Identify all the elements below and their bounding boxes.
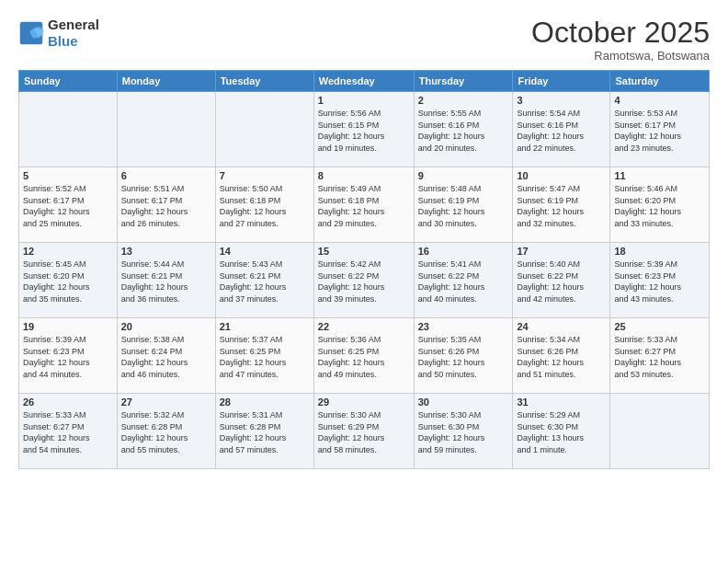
day-number: 26 bbox=[23, 396, 113, 408]
calendar-cell: 12Sunrise: 5:45 AMSunset: 6:20 PMDayligh… bbox=[19, 243, 118, 318]
calendar-cell: 25Sunrise: 5:33 AMSunset: 6:27 PMDayligh… bbox=[610, 318, 710, 394]
calendar-cell: 10Sunrise: 5:47 AMSunset: 6:19 PMDayligh… bbox=[513, 167, 610, 243]
calendar-week-row: 19Sunrise: 5:39 AMSunset: 6:23 PMDayligh… bbox=[19, 318, 710, 394]
day-number: 7 bbox=[220, 170, 310, 181]
calendar-cell: 9Sunrise: 5:48 AMSunset: 6:19 PMDaylight… bbox=[414, 167, 513, 243]
day-info: Sunrise: 5:45 AMSunset: 6:20 PMDaylight:… bbox=[23, 259, 113, 304]
col-wednesday: Wednesday bbox=[313, 71, 414, 92]
day-number: 21 bbox=[220, 321, 310, 332]
calendar-cell: 14Sunrise: 5:43 AMSunset: 6:21 PMDayligh… bbox=[215, 243, 313, 318]
day-number: 5 bbox=[23, 170, 113, 181]
calendar-week-row: 1Sunrise: 5:56 AMSunset: 6:15 PMDaylight… bbox=[19, 92, 710, 167]
day-info: Sunrise: 5:56 AMSunset: 6:15 PMDaylight:… bbox=[318, 108, 410, 154]
day-info: Sunrise: 5:54 AMSunset: 6:16 PMDaylight:… bbox=[517, 108, 606, 154]
day-number: 25 bbox=[614, 321, 705, 332]
day-info: Sunrise: 5:38 AMSunset: 6:24 PMDaylight:… bbox=[121, 334, 211, 380]
day-number: 4 bbox=[614, 95, 705, 106]
day-number: 1 bbox=[318, 95, 410, 106]
month-title: October 2025 bbox=[531, 17, 710, 49]
title-block: October 2025 Ramotswa, Botswana bbox=[531, 17, 710, 63]
day-info: Sunrise: 5:41 AMSunset: 6:22 PMDaylight:… bbox=[418, 259, 509, 304]
col-friday: Friday bbox=[513, 71, 610, 92]
day-number: 29 bbox=[318, 396, 410, 408]
calendar-cell: 27Sunrise: 5:32 AMSunset: 6:28 PMDayligh… bbox=[117, 394, 215, 469]
day-info: Sunrise: 5:39 AMSunset: 6:23 PMDaylight:… bbox=[23, 334, 113, 380]
day-info: Sunrise: 5:43 AMSunset: 6:21 PMDaylight:… bbox=[220, 259, 310, 304]
day-number: 8 bbox=[318, 170, 410, 181]
day-info: Sunrise: 5:53 AMSunset: 6:17 PMDaylight:… bbox=[614, 108, 705, 154]
day-info: Sunrise: 5:37 AMSunset: 6:25 PMDaylight:… bbox=[220, 334, 310, 380]
day-info: Sunrise: 5:50 AMSunset: 6:18 PMDaylight:… bbox=[220, 183, 310, 229]
day-number: 28 bbox=[220, 396, 310, 408]
calendar-cell: 2Sunrise: 5:55 AMSunset: 6:16 PMDaylight… bbox=[414, 92, 513, 167]
day-number: 11 bbox=[614, 170, 705, 181]
day-number: 30 bbox=[418, 396, 509, 408]
day-number: 14 bbox=[220, 246, 310, 257]
day-number: 19 bbox=[23, 321, 113, 332]
location: Ramotswa, Botswana bbox=[531, 49, 710, 63]
day-number: 15 bbox=[318, 246, 410, 257]
col-tuesday: Tuesday bbox=[215, 71, 313, 92]
calendar-cell: 30Sunrise: 5:30 AMSunset: 6:30 PMDayligh… bbox=[414, 394, 513, 469]
calendar-week-row: 12Sunrise: 5:45 AMSunset: 6:20 PMDayligh… bbox=[19, 243, 710, 318]
logo-icon bbox=[18, 20, 44, 46]
calendar-cell: 24Sunrise: 5:34 AMSunset: 6:26 PMDayligh… bbox=[513, 318, 610, 394]
col-sunday: Sunday bbox=[19, 71, 118, 92]
calendar-cell bbox=[215, 92, 313, 167]
calendar-cell: 26Sunrise: 5:33 AMSunset: 6:27 PMDayligh… bbox=[19, 394, 118, 469]
calendar-cell: 16Sunrise: 5:41 AMSunset: 6:22 PMDayligh… bbox=[414, 243, 513, 318]
calendar-cell: 5Sunrise: 5:52 AMSunset: 6:17 PMDaylight… bbox=[19, 167, 118, 243]
col-monday: Monday bbox=[117, 71, 215, 92]
day-info: Sunrise: 5:33 AMSunset: 6:27 PMDaylight:… bbox=[23, 409, 113, 455]
day-number: 13 bbox=[121, 246, 211, 257]
day-info: Sunrise: 5:39 AMSunset: 6:23 PMDaylight:… bbox=[614, 259, 705, 304]
calendar-cell: 19Sunrise: 5:39 AMSunset: 6:23 PMDayligh… bbox=[19, 318, 118, 394]
day-number: 18 bbox=[614, 246, 705, 257]
day-number: 20 bbox=[121, 321, 211, 332]
calendar-cell: 3Sunrise: 5:54 AMSunset: 6:16 PMDaylight… bbox=[513, 92, 610, 167]
day-info: Sunrise: 5:51 AMSunset: 6:17 PMDaylight:… bbox=[121, 183, 211, 229]
day-info: Sunrise: 5:46 AMSunset: 6:20 PMDaylight:… bbox=[614, 183, 705, 229]
day-info: Sunrise: 5:30 AMSunset: 6:30 PMDaylight:… bbox=[418, 409, 509, 455]
day-number: 17 bbox=[517, 246, 606, 257]
calendar-cell: 17Sunrise: 5:40 AMSunset: 6:22 PMDayligh… bbox=[513, 243, 610, 318]
calendar-header-row: Sunday Monday Tuesday Wednesday Thursday… bbox=[19, 71, 710, 92]
calendar-cell bbox=[19, 92, 118, 167]
day-number: 3 bbox=[517, 95, 606, 106]
page-header: General Blue October 2025 Ramotswa, Bots… bbox=[18, 17, 710, 63]
calendar-cell: 4Sunrise: 5:53 AMSunset: 6:17 PMDaylight… bbox=[610, 92, 710, 167]
day-info: Sunrise: 5:42 AMSunset: 6:22 PMDaylight:… bbox=[318, 259, 410, 304]
calendar-cell: 18Sunrise: 5:39 AMSunset: 6:23 PMDayligh… bbox=[610, 243, 710, 318]
calendar-week-row: 26Sunrise: 5:33 AMSunset: 6:27 PMDayligh… bbox=[19, 394, 710, 469]
calendar-cell: 31Sunrise: 5:29 AMSunset: 6:30 PMDayligh… bbox=[513, 394, 610, 469]
day-info: Sunrise: 5:32 AMSunset: 6:28 PMDaylight:… bbox=[121, 409, 211, 455]
day-info: Sunrise: 5:52 AMSunset: 6:17 PMDaylight:… bbox=[23, 183, 113, 229]
day-info: Sunrise: 5:29 AMSunset: 6:30 PMDaylight:… bbox=[517, 409, 606, 455]
day-number: 12 bbox=[23, 246, 113, 257]
day-info: Sunrise: 5:30 AMSunset: 6:29 PMDaylight:… bbox=[318, 409, 410, 455]
day-info: Sunrise: 5:35 AMSunset: 6:26 PMDaylight:… bbox=[418, 334, 509, 380]
day-number: 2 bbox=[418, 95, 509, 106]
calendar-cell: 29Sunrise: 5:30 AMSunset: 6:29 PMDayligh… bbox=[313, 394, 414, 469]
day-info: Sunrise: 5:40 AMSunset: 6:22 PMDaylight:… bbox=[517, 259, 606, 304]
calendar-cell: 20Sunrise: 5:38 AMSunset: 6:24 PMDayligh… bbox=[117, 318, 215, 394]
calendar-page: General Blue October 2025 Ramotswa, Bots… bbox=[0, 0, 728, 563]
col-thursday: Thursday bbox=[414, 71, 513, 92]
day-number: 6 bbox=[121, 170, 211, 181]
day-info: Sunrise: 5:33 AMSunset: 6:27 PMDaylight:… bbox=[614, 334, 705, 380]
calendar-cell bbox=[117, 92, 215, 167]
day-info: Sunrise: 5:36 AMSunset: 6:25 PMDaylight:… bbox=[318, 334, 410, 380]
logo: General Blue bbox=[18, 17, 99, 50]
day-number: 22 bbox=[318, 321, 410, 332]
calendar-cell: 21Sunrise: 5:37 AMSunset: 6:25 PMDayligh… bbox=[215, 318, 313, 394]
day-info: Sunrise: 5:44 AMSunset: 6:21 PMDaylight:… bbox=[121, 259, 211, 304]
calendar-cell: 11Sunrise: 5:46 AMSunset: 6:20 PMDayligh… bbox=[610, 167, 710, 243]
calendar-cell: 1Sunrise: 5:56 AMSunset: 6:15 PMDaylight… bbox=[313, 92, 414, 167]
logo-text-line1: General bbox=[48, 17, 99, 33]
calendar-table: Sunday Monday Tuesday Wednesday Thursday… bbox=[18, 70, 710, 469]
calendar-cell: 23Sunrise: 5:35 AMSunset: 6:26 PMDayligh… bbox=[414, 318, 513, 394]
day-info: Sunrise: 5:48 AMSunset: 6:19 PMDaylight:… bbox=[418, 183, 509, 229]
day-number: 31 bbox=[517, 396, 606, 408]
day-number: 24 bbox=[517, 321, 606, 332]
calendar-cell: 13Sunrise: 5:44 AMSunset: 6:21 PMDayligh… bbox=[117, 243, 215, 318]
